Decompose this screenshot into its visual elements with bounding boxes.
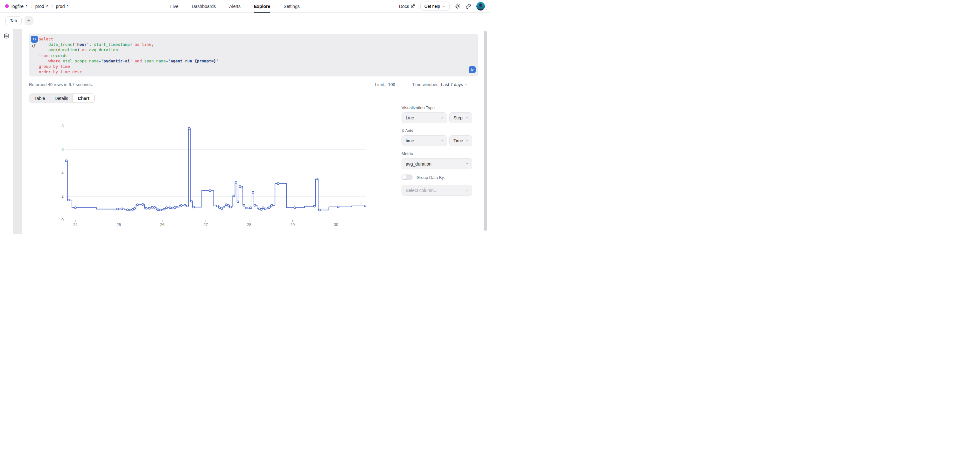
- x-axis-type-value: Time: [453, 138, 463, 143]
- docs-link[interactable]: Docs: [399, 4, 415, 9]
- time-window-select[interactable]: Last 7 days: [441, 82, 468, 87]
- code-line: group by time: [39, 64, 465, 69]
- play-icon: [470, 67, 475, 72]
- breadcrumb-separator: /: [52, 4, 53, 9]
- avatar-image: [476, 2, 485, 11]
- external-link-icon: [411, 4, 415, 8]
- group-by-label: Group Data By:: [417, 175, 445, 180]
- database-icon[interactable]: [3, 33, 9, 39]
- code-line: select: [39, 36, 465, 42]
- breadcrumb-item-prod[interactable]: prod: [56, 4, 69, 9]
- sql-editor[interactable]: ↺ select date_trunc('hour', start_timest…: [29, 34, 478, 77]
- svg-text:4: 4: [61, 171, 64, 176]
- toggle-knob: [402, 175, 407, 180]
- time-window-value: Last 7 days: [441, 82, 463, 87]
- x-axis-column-value: time: [406, 138, 414, 143]
- add-tab-button[interactable]: +: [24, 16, 33, 25]
- copy-link-button[interactable]: [466, 4, 471, 9]
- nav-live[interactable]: Live: [170, 0, 178, 13]
- nav-settings[interactable]: Settings: [283, 0, 300, 13]
- result-view-switcher: TableDetailsChart: [29, 93, 95, 103]
- panel-splitter[interactable]: [13, 29, 22, 234]
- user-avatar[interactable]: [476, 2, 485, 11]
- left-rail: [0, 29, 13, 234]
- code-line: avg(duration) as avg_duration: [39, 47, 465, 53]
- logfire-logo-icon: [5, 4, 10, 9]
- vertical-scrollbar[interactable]: [484, 31, 487, 231]
- view-tab-table[interactable]: Table: [30, 94, 49, 102]
- visualization-type-label: Visualization Type: [401, 105, 472, 110]
- query-options: Limit: 100 Time window: Last 7 days: [375, 82, 468, 87]
- docs-label: Docs: [399, 4, 409, 9]
- chart-area: 0246824252627282930: [57, 121, 372, 229]
- chevron-down-icon: [440, 139, 444, 143]
- get-help-button[interactable]: Get help: [420, 2, 450, 11]
- group-column-select[interactable]: Select column...: [401, 185, 472, 196]
- limit-group: Limit: 100: [375, 82, 400, 87]
- code-line: where otel_scope_name='pydantic-ai' and …: [39, 58, 465, 64]
- breadcrumb-item-prod[interactable]: prod: [35, 4, 49, 9]
- query-tab-bar: Tab +: [0, 13, 490, 29]
- theme-toggle-button[interactable]: [455, 3, 460, 9]
- code-line: date_trunc('hour', start_timestamp) as t…: [39, 42, 465, 47]
- breadcrumb-item-logfire[interactable]: logfire: [11, 4, 28, 9]
- svg-text:26: 26: [160, 222, 164, 227]
- svg-text:28: 28: [247, 222, 251, 227]
- query-tab[interactable]: Tab: [5, 16, 22, 25]
- chevron-down-icon: [465, 139, 469, 143]
- unfold-icon: [25, 5, 28, 8]
- line-style-select[interactable]: Step: [449, 112, 472, 123]
- breadcrumb: logfire/prod/prod: [5, 4, 69, 9]
- unfold-icon: [66, 5, 69, 8]
- query-result-summary: Returned 49 rows in 6.7 seconds.: [29, 82, 93, 87]
- svg-text:0: 0: [61, 218, 64, 222]
- time-window-group: Time window: Last 7 days: [412, 82, 468, 87]
- history-icon[interactable]: ↺: [32, 44, 36, 49]
- svg-text:27: 27: [204, 222, 208, 227]
- svg-text:25: 25: [117, 222, 121, 227]
- sql-code[interactable]: select date_trunc('hour', start_timestam…: [39, 36, 465, 75]
- nav-explore[interactable]: Explore: [254, 0, 270, 13]
- time-window-label: Time window:: [412, 82, 438, 87]
- limit-select[interactable]: 100: [388, 82, 400, 87]
- svg-text:29: 29: [291, 222, 295, 227]
- visualization-type-value: Line: [406, 115, 414, 120]
- step-line-chart: 0246824252627282930: [57, 121, 372, 229]
- line-style-value: Step: [453, 115, 463, 120]
- get-help-label: Get help: [425, 4, 440, 9]
- chevron-down-icon: [397, 83, 400, 86]
- chevron-down-icon: [465, 116, 469, 120]
- format-code-button[interactable]: [31, 36, 38, 43]
- x-axis-column-select[interactable]: time: [401, 135, 447, 146]
- link-icon: [466, 4, 471, 9]
- limit-value: 100: [388, 82, 395, 87]
- group-data-toggle[interactable]: [401, 174, 413, 180]
- code-icon: [32, 37, 37, 42]
- top-bar: logfire/prod/prod LiveDashboardsAlertsEx…: [0, 0, 490, 13]
- metric-value: avg_duration: [406, 161, 431, 166]
- visualization-type-select[interactable]: Line: [401, 112, 447, 123]
- svg-text:6: 6: [61, 147, 64, 152]
- nav-dashboards[interactable]: Dashboards: [192, 0, 216, 13]
- visualization-panel: Visualization Type Line Step X Axis time: [401, 105, 472, 201]
- chevron-down-icon: [465, 83, 468, 86]
- view-tab-details[interactable]: Details: [49, 94, 73, 102]
- metric-select[interactable]: avg_duration: [401, 158, 472, 169]
- view-tab-chart[interactable]: Chart: [73, 94, 94, 102]
- code-line: from records: [39, 53, 465, 58]
- svg-text:2: 2: [61, 194, 64, 199]
- chevron-down-icon: [442, 5, 445, 8]
- main-area: ↺ select date_trunc('hour', start_timest…: [0, 29, 490, 234]
- run-query-button[interactable]: [469, 66, 476, 73]
- code-line: order by time desc: [39, 69, 465, 75]
- x-axis-type-select[interactable]: Time: [449, 135, 472, 146]
- nav-alerts[interactable]: Alerts: [229, 0, 240, 13]
- group-column-placeholder: Select column...: [406, 188, 438, 193]
- chevron-down-icon: [465, 188, 469, 192]
- logfire-explore-page: logfire/prod/prod LiveDashboardsAlertsEx…: [0, 0, 490, 234]
- chevron-down-icon: [465, 162, 469, 166]
- breadcrumb-separator: /: [31, 4, 32, 9]
- svg-text:8: 8: [61, 124, 64, 128]
- sun-icon: [455, 3, 460, 9]
- svg-text:24: 24: [73, 222, 78, 227]
